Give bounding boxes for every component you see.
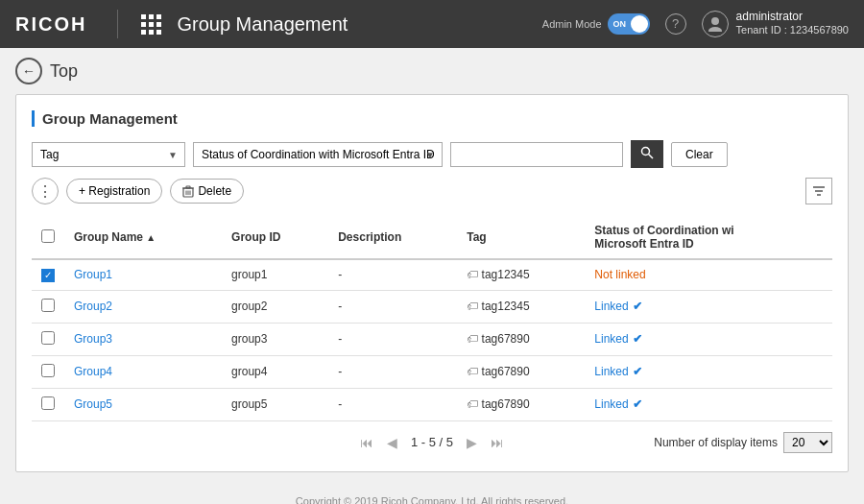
- clear-button[interactable]: Clear: [671, 142, 728, 167]
- table-row: Group5group5-🏷 tag67890Linked ✔: [32, 388, 832, 420]
- row-status: Not linked: [585, 259, 832, 290]
- row-description: -: [328, 355, 457, 388]
- pagination-row: ⏮ ◀ 1 - 5 / 5 ▶ ⏭ Number of display item…: [32, 421, 832, 456]
- display-count: Number of display items 20 10 50 100: [654, 432, 832, 453]
- page-area: ← Top Group Management Tag ▼ Status of C…: [0, 48, 864, 490]
- svg-point-1: [708, 27, 722, 32]
- row-group-id: group2: [222, 290, 328, 323]
- group-name-link[interactable]: Group2: [74, 300, 112, 313]
- row-checkbox[interactable]: [41, 331, 55, 345]
- row-tag: 🏷 tag12345: [457, 259, 585, 290]
- breadcrumb: ← Top: [15, 58, 849, 84]
- first-page-button[interactable]: ⏮: [356, 433, 377, 452]
- search-button[interactable]: [631, 140, 663, 168]
- header-right: Admin Mode ON ? administrator Tenant ID …: [542, 10, 849, 37]
- row-description: -: [328, 259, 457, 290]
- row-status: Linked ✔: [585, 290, 832, 323]
- status-linked: Linked ✔: [594, 365, 823, 378]
- next-page-button[interactable]: ▶: [463, 433, 481, 452]
- back-button[interactable]: ←: [15, 58, 42, 84]
- linked-checkmark: ✔: [633, 332, 642, 346]
- row-group-name[interactable]: Group3: [64, 323, 222, 355]
- row-description: -: [328, 290, 457, 323]
- row-checkbox-cell: [32, 388, 64, 420]
- tag-icon: 🏷: [467, 268, 478, 281]
- status-not-linked: Not linked: [594, 268, 645, 281]
- tag-icon: 🏷: [467, 300, 478, 313]
- header-divider: [117, 10, 118, 38]
- filter-row: Tag ▼ Status of Coordination with Micros…: [32, 140, 832, 168]
- row-description: -: [328, 388, 457, 420]
- admin-mode: Admin Mode ON: [542, 13, 650, 35]
- status-linked: Linked ✔: [594, 397, 823, 411]
- apps-icon[interactable]: [141, 14, 161, 35]
- table-row: Group4group4-🏷 tag67890Linked ✔: [32, 355, 832, 388]
- toggle-knob: [631, 15, 648, 33]
- table-row: Group3group3-🏷 tag67890Linked ✔: [32, 323, 832, 355]
- status-filter-wrapper: Status of Coordination with Microsoft En…: [193, 142, 443, 167]
- linked-checkmark: ✔: [633, 397, 642, 411]
- action-row: ⋮ + Registration Delete: [32, 178, 832, 204]
- group-table: Group Name ▲ Group ID Description Tag St…: [32, 216, 832, 421]
- row-status: Linked ✔: [585, 355, 832, 388]
- svg-point-2: [642, 148, 650, 156]
- main-card: Group Management Tag ▼ Status of Coordin…: [15, 94, 849, 472]
- group-name-link[interactable]: Group3: [74, 332, 112, 346]
- tag-icon: 🏷: [467, 365, 478, 378]
- row-checkbox-cell: [32, 355, 64, 388]
- page-title: Group Management: [177, 13, 526, 36]
- svg-line-3: [649, 155, 654, 159]
- row-group-name[interactable]: Group4: [64, 355, 222, 388]
- last-page-button[interactable]: ⏭: [487, 433, 508, 452]
- row-checkbox[interactable]: [41, 299, 55, 312]
- table-row: Group2group2-🏷 tag12345Linked ✔: [32, 290, 832, 323]
- registration-button[interactable]: + Registration: [66, 179, 162, 204]
- col-group-name: Group Name ▲: [64, 216, 222, 259]
- status-linked: Linked ✔: [594, 300, 823, 313]
- delete-button[interactable]: Delete: [170, 179, 244, 204]
- row-tag: 🏷 tag67890: [457, 323, 585, 355]
- group-name-link[interactable]: Group1: [74, 268, 112, 281]
- header-checkbox-cell: [32, 216, 64, 259]
- row-group-name[interactable]: Group1: [64, 259, 222, 290]
- admin-mode-label: Admin Mode: [542, 18, 602, 30]
- row-tag: 🏷 tag12345: [457, 290, 585, 323]
- more-button[interactable]: ⋮: [32, 178, 59, 204]
- row-group-id: group1: [222, 259, 328, 290]
- linked-checkmark: ✔: [633, 365, 642, 378]
- group-name-link[interactable]: Group5: [74, 397, 112, 411]
- group-name-link[interactable]: Group4: [74, 365, 112, 378]
- col-tag: Tag: [457, 216, 585, 259]
- admin-mode-toggle[interactable]: ON: [608, 13, 650, 35]
- status-linked: Linked ✔: [594, 332, 823, 346]
- row-checkbox-checked[interactable]: ✓: [41, 269, 55, 282]
- tag-filter-wrapper: Tag ▼: [32, 142, 185, 167]
- select-all-checkbox[interactable]: [41, 229, 55, 243]
- row-group-name[interactable]: Group5: [64, 388, 222, 420]
- row-group-id: group3: [222, 323, 328, 355]
- user-avatar: [702, 11, 729, 37]
- table-header-row: Group Name ▲ Group ID Description Tag St…: [32, 216, 832, 259]
- top-link[interactable]: Top: [50, 61, 78, 82]
- svg-rect-6: [186, 186, 190, 188]
- status-filter-select[interactable]: Status of Coordination with Microsoft En…: [193, 142, 443, 167]
- row-group-id: group4: [222, 355, 328, 388]
- toggle-on-label: ON: [613, 19, 627, 29]
- search-input[interactable]: [450, 142, 623, 167]
- column-filter-button[interactable]: [805, 178, 832, 204]
- header: RICOH Group Management Admin Mode ON ? a…: [0, 0, 864, 48]
- row-group-name[interactable]: Group2: [64, 290, 222, 323]
- tag-filter-select[interactable]: Tag: [32, 142, 185, 167]
- tag-icon: 🏷: [467, 332, 478, 346]
- tag-icon: 🏷: [467, 397, 478, 411]
- row-status: Linked ✔: [585, 388, 832, 420]
- prev-page-button[interactable]: ◀: [383, 433, 401, 452]
- row-checkbox-cell: [32, 323, 64, 355]
- svg-point-0: [711, 17, 719, 25]
- row-checkbox[interactable]: [41, 364, 55, 377]
- row-checkbox[interactable]: [41, 396, 55, 410]
- display-count-select[interactable]: 20 10 50 100: [783, 432, 832, 453]
- help-icon[interactable]: ?: [665, 13, 686, 35]
- linked-checkmark: ✔: [633, 300, 642, 313]
- row-tag: 🏷 tag67890: [457, 355, 585, 388]
